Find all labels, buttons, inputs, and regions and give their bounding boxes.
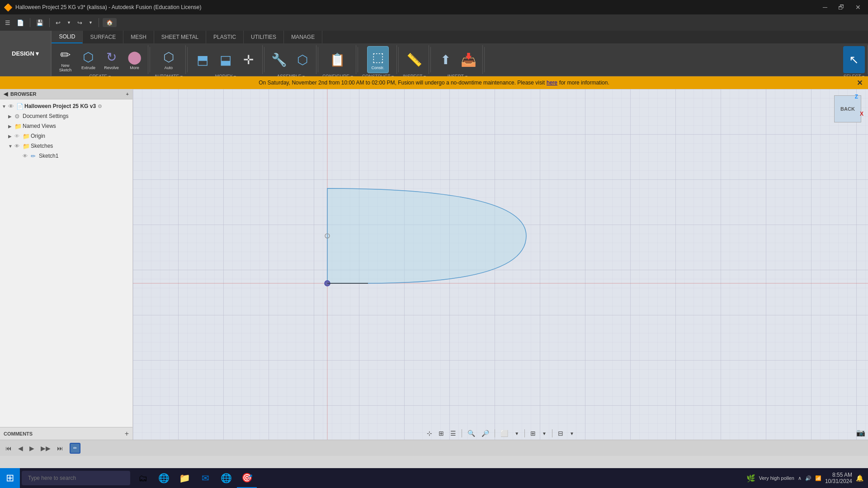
move-button[interactable]: ✛	[238, 46, 259, 73]
wifi-icon[interactable]: 📶	[815, 475, 821, 481]
fillet-button[interactable]: ⬓	[215, 46, 236, 73]
ribbon-group-assemble: 🔧 ⬡ ASSEMBLE ▾	[266, 45, 316, 74]
measure-button[interactable]: 📏	[404, 46, 425, 73]
construct-button[interactable]: ⬚ Constr.	[367, 46, 389, 73]
comments-add-button[interactable]: +	[125, 430, 129, 438]
notification-center-button[interactable]: 🔔	[856, 474, 863, 482]
minimize-button[interactable]: ─	[819, 3, 831, 12]
select-items: ↖	[843, 45, 865, 74]
mail-button[interactable]: ✉	[195, 468, 215, 488]
tab-mesh[interactable]: MESH	[123, 31, 154, 43]
start-button[interactable]: ⊞	[0, 468, 20, 488]
tree-arrow-named-views: ▶	[8, 124, 14, 129]
grid-dropdown[interactable]: ▼	[540, 430, 549, 437]
clock[interactable]: 8:55 AM 10/31/2024	[825, 472, 852, 484]
camera-button[interactable]: 📷	[856, 428, 865, 437]
push-pull-button[interactable]: ⬒	[192, 46, 213, 73]
tab-sheet-metal[interactable]: SHEET METAL	[154, 31, 206, 43]
file-explorer-button[interactable]: 📁	[175, 468, 194, 488]
ribbon-tabs: SOLID SURFACE MESH SHEET METAL PLASTIC U…	[52, 31, 868, 43]
volume-icon[interactable]: 🔊	[805, 475, 811, 481]
joint-button[interactable]: ⬡	[292, 46, 313, 73]
look-at-button[interactable]: ☰	[448, 429, 458, 438]
zoom-fit-button[interactable]: 🔍	[465, 429, 477, 438]
timeline-last-button[interactable]: ⏭	[55, 444, 65, 453]
window-title: Halloween Project 25 KG v3* (kalissa) - …	[15, 4, 202, 10]
revolve-button[interactable]: ↻ Revolve	[100, 46, 122, 73]
viewport[interactable]: Z BACK X ⊹ ⊞ ☰ 🔍 🔎 ⬜ ▼ ⊞ ▼ ⊟ ▼ 📷	[133, 89, 868, 440]
tree-item-sketches[interactable]: ▼ 👁 📁 Sketches	[0, 141, 132, 151]
environment-dropdown[interactable]: ▼	[567, 430, 576, 437]
tree-eye-sketches[interactable]: 👁	[14, 143, 23, 149]
viewport-grid	[133, 89, 868, 440]
browser-add-button[interactable]: +	[126, 91, 129, 97]
home-button[interactable]: 🏠	[103, 18, 117, 27]
insert-button[interactable]: ⬆	[435, 46, 457, 73]
tree-item-sketch1[interactable]: ▶ 👁 ✏ Sketch1	[0, 151, 132, 161]
tree-item-named-views[interactable]: ▶ 📁 Named Views	[0, 121, 132, 131]
fusion-button[interactable]: 🎯	[237, 468, 257, 488]
configure-button[interactable]: 📋	[327, 46, 349, 73]
orbit-button[interactable]: ⊹	[425, 429, 434, 438]
extrude-button[interactable]: ⬡ Extrude	[77, 46, 99, 73]
sep5	[358, 47, 358, 72]
tab-manage[interactable]: MANAGE	[284, 31, 322, 43]
new-component-button[interactable]: 🔧	[269, 46, 290, 73]
tree-eye-root[interactable]: 👁	[8, 103, 16, 110]
automate-items: ⬡ Auto	[158, 45, 179, 74]
undo-dropdown-button[interactable]: ▼	[65, 19, 73, 26]
main-area: ◀ BROWSER + ▼ 👁 📄 Halloween Project 25 K…	[0, 89, 868, 440]
tree-item-document-settings[interactable]: ▶ ⚙ Document Settings	[0, 111, 132, 121]
tree-eye-origin[interactable]: 👁	[14, 133, 23, 139]
create-sketch-button[interactable]: ✏ NewSketch	[54, 46, 76, 73]
ribbon-group-inspect: 📏 INSPECT ▾	[400, 45, 429, 74]
tree-eye-sketch1[interactable]: 👁	[23, 153, 31, 159]
tree-item-root[interactable]: ▼ 👁 📄 Halloween Project 25 KG v3 ⚙	[0, 101, 132, 111]
tab-utilities[interactable]: UTILITIES	[244, 31, 284, 43]
save-button[interactable]: 💾	[34, 18, 46, 28]
tree-icon-named-views: 📁	[14, 123, 23, 130]
expand-systray-button[interactable]: ∧	[798, 475, 802, 481]
insert-items: ⬆ 📥	[435, 45, 480, 74]
maximize-button[interactable]: 🗗	[835, 3, 848, 12]
tab-solid[interactable]: SOLID	[52, 31, 83, 43]
zoom-dropdown[interactable]: 🔎	[479, 429, 491, 438]
notification-link[interactable]: here	[547, 80, 557, 86]
close-button[interactable]: ✕	[852, 3, 864, 12]
redo-dropdown-button[interactable]: ▼	[86, 19, 95, 26]
timeline-first-button[interactable]: ⏮	[4, 444, 14, 453]
grid-button[interactable]: ⊞	[528, 429, 538, 438]
more-create-button[interactable]: ⬤ More	[123, 46, 145, 73]
tab-surface[interactable]: SURFACE	[83, 31, 123, 43]
browser-collapse-icon[interactable]: ◀	[4, 91, 8, 97]
timeline-play-button[interactable]: ▶	[28, 444, 36, 453]
task-view-button[interactable]: 🗂	[133, 468, 153, 488]
tree-arrow-sketch1: ▶	[16, 154, 23, 159]
taskbar-search-input[interactable]	[22, 471, 130, 485]
app-menu-button[interactable]: ☰	[3, 18, 13, 28]
select-button[interactable]: ↖	[843, 46, 865, 73]
automate-button[interactable]: ⬡ Auto	[158, 46, 179, 73]
pan-button[interactable]: ⊞	[436, 429, 446, 438]
environment-button[interactable]: ⊟	[556, 429, 566, 438]
timeline-prev-button[interactable]: ◀	[16, 444, 25, 453]
separator	[49, 18, 50, 27]
tree-settings-icon[interactable]: ⚙	[98, 103, 102, 109]
redo-button[interactable]: ↪	[75, 18, 85, 28]
edge-button[interactable]: 🌐	[154, 468, 174, 488]
timeline-next-button[interactable]: ▶▶	[39, 444, 52, 453]
display-dropdown[interactable]: ▼	[512, 430, 521, 437]
display-mode-button[interactable]: ⬜	[498, 429, 510, 438]
design-button[interactable]: DESIGN ▾	[5, 31, 45, 76]
tree-item-origin[interactable]: ▶ 👁 📁 Origin	[0, 131, 132, 141]
tab-plastic[interactable]: PLASTIC	[206, 31, 244, 43]
undo-button[interactable]: ↩	[53, 18, 63, 28]
tree-label-named-views: Named Views	[23, 123, 56, 129]
notification-close-button[interactable]: ✕	[857, 79, 863, 87]
timeline-sketch-marker[interactable]: ✏	[70, 443, 80, 454]
viewcube[interactable]: Z BACK X	[832, 94, 863, 125]
new-file-button[interactable]: 📄	[14, 18, 26, 28]
new-component-icon: 🔧	[271, 52, 287, 67]
chrome-button[interactable]: 🌐	[216, 468, 236, 488]
insert-mesh-button[interactable]: 📥	[458, 46, 480, 73]
